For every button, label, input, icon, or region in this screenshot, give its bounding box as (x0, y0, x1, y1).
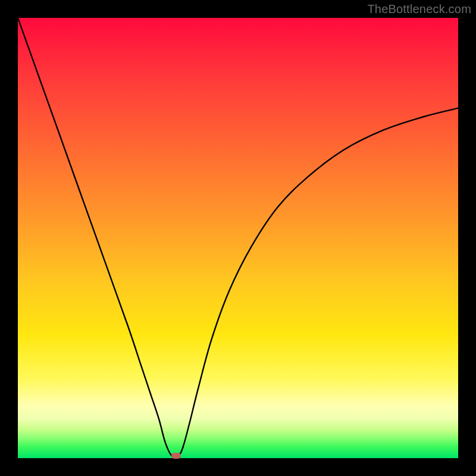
chart-frame: TheBottleneck.com (0, 0, 476, 476)
bottleneck-curve (18, 18, 458, 458)
optimal-point-marker (171, 453, 181, 459)
watermark-text: TheBottleneck.com (367, 2, 471, 16)
